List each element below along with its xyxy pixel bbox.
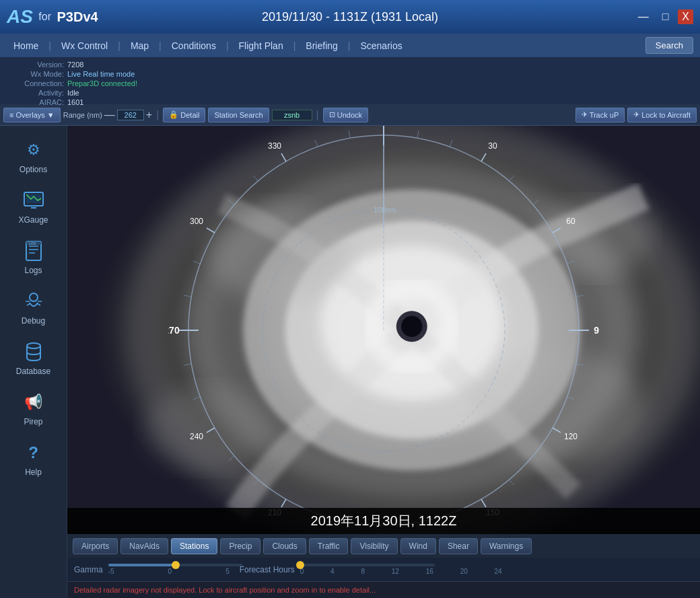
callsign-input[interactable] [272, 110, 312, 120]
timestamp-text: 2019年11月30日, 1122Z [311, 513, 457, 528]
logo-area: AS for P3Dv4 [7, 6, 98, 28]
sidebar-item-logs[interactable]: LOG Logs [7, 233, 61, 281]
range-minus-icon[interactable]: — [104, 109, 115, 121]
svg-text:30: 30 [488, 141, 497, 151]
minimize-button[interactable]: — [634, 9, 653, 24]
pirep-icon: 📢 [22, 390, 46, 414]
tab-traffic[interactable]: Traffic [309, 538, 349, 554]
tab-navaids[interactable]: NavAids [120, 538, 168, 554]
detail-label: Detail [180, 111, 199, 119]
tab-warnings[interactable]: Warnings [481, 538, 532, 554]
sidebar-item-xgauge[interactable]: XGauge [7, 183, 61, 230]
sidebar-item-pirep[interactable]: 📢 Pirep [7, 385, 61, 432]
svg-line-52 [281, 153, 286, 161]
gamma-min-tick: -5 [108, 568, 114, 575]
gamma-thumb[interactable] [172, 561, 180, 569]
activity-row: Activity: Idle [10, 89, 137, 97]
help-label: Help [25, 468, 42, 477]
tab-shear[interactable]: Shear [439, 538, 478, 554]
overlays-label: Overlays [15, 111, 44, 119]
airac-label: AIRAC: [10, 98, 64, 106]
status-message: Detailed radar imagery not displayed. Lo… [74, 586, 376, 594]
connection-value: Prepar3D connected! [67, 79, 137, 87]
station-search-button[interactable]: Station Search [208, 108, 269, 122]
svg-line-34 [481, 153, 486, 161]
menu-map[interactable]: Map [124, 38, 155, 54]
menu-conditions[interactable]: Conditions [165, 38, 223, 54]
svg-line-61 [567, 397, 574, 400]
station-search-label: Station Search [214, 111, 262, 119]
close-button[interactable]: X [678, 9, 693, 24]
forecast-track[interactable] [300, 564, 435, 566]
track-up-button[interactable]: ✈ Track uP [575, 108, 625, 122]
menu-scenarios[interactable]: Scenarios [353, 38, 409, 54]
sidebar-item-help[interactable]: ? Help [7, 435, 61, 482]
sidebar-item-options[interactable]: ⚙ Options [7, 133, 61, 180]
plane-icon: ✈ [582, 110, 588, 119]
menu-briefing[interactable]: Briefing [299, 38, 344, 54]
detail-button[interactable]: 🔒 Detail [163, 108, 205, 122]
undock-label: Undock [337, 111, 362, 119]
forecast-tick-4: 4 [330, 568, 335, 575]
svg-line-72 [184, 295, 191, 297]
sidebar-item-database[interactable]: Database [7, 334, 61, 381]
gamma-track[interactable] [108, 564, 243, 566]
gamma-max-tick: 5 [225, 568, 230, 575]
undock-button[interactable]: ⊡ Undock [323, 108, 368, 122]
statusbar: Detailed radar imagery not displayed. Lo… [67, 581, 700, 598]
tab-wind[interactable]: Wind [400, 538, 436, 554]
menu-flightplan[interactable]: Flight Plan [232, 38, 290, 54]
svg-line-57 [533, 200, 538, 205]
svg-line-71 [184, 364, 191, 365]
range-plus-btn[interactable]: + [146, 109, 152, 121]
wxmode-row: Wx Mode: Live Real time mode [10, 70, 137, 78]
tab-stations[interactable]: Stations [171, 538, 217, 554]
activity-label: Activity: [10, 89, 64, 97]
overlays-button[interactable]: ≡ Overlays ▼ [3, 108, 61, 122]
help-icon: ? [22, 441, 46, 465]
svg-line-63 [509, 480, 514, 485]
forecast-tick-16: 16 [426, 568, 433, 575]
svg-line-55 [450, 140, 452, 147]
main-content: ⚙ Options XGauge LOG Logs Debug Databas [0, 126, 700, 598]
tab-clouds[interactable]: Clouds [263, 538, 306, 554]
wxmode-value: Live Real time mode [67, 70, 135, 78]
svg-text:90: 90 [594, 325, 599, 336]
map-view[interactable]: 100nm 0 30 60 90 [67, 126, 700, 534]
svg-line-73 [193, 261, 200, 264]
xgauge-icon [22, 188, 46, 213]
svg-text:270: 270 [168, 325, 180, 336]
menu-wxcontrol[interactable]: Wx Control [55, 38, 114, 54]
sliders-bar: Gamma -5 0 5 Forecast Ho [67, 558, 700, 581]
svg-line-46 [207, 428, 215, 433]
map-container: 100nm 0 30 60 90 [67, 126, 700, 598]
maximize-button[interactable]: □ [658, 9, 673, 24]
database-label: Database [16, 367, 50, 376]
forecast-tick-24: 24 [495, 568, 502, 575]
lock-aircraft-button[interactable]: ✈ Lock to Aircraft [627, 108, 697, 122]
svg-line-44 [281, 499, 286, 507]
track-up-label: Track uP [590, 111, 619, 119]
forecast-tick-20: 20 [460, 568, 468, 575]
layers-icon: ≡ [9, 111, 13, 119]
window-controls: — □ X [634, 9, 693, 24]
satellite-background: 100nm 0 30 60 90 [67, 126, 700, 534]
svg-rect-2 [31, 207, 36, 209]
tab-precip[interactable]: Precip [220, 538, 260, 554]
forecast-slider-group: Forecast Hours 04812162024 [240, 564, 502, 575]
sidebar-item-debug[interactable]: Debug [7, 284, 61, 331]
tab-airports[interactable]: Airports [73, 538, 118, 554]
logo-as: AS [7, 6, 33, 28]
tab-visibility[interactable]: Visibility [351, 538, 397, 554]
svg-text:300: 300 [190, 217, 203, 226]
svg-line-13 [37, 303, 40, 305]
forecast-thumb[interactable] [296, 561, 304, 569]
compass-ring-svg: 100nm 0 30 60 90 [168, 126, 599, 534]
undock-icon: ⊡ [329, 110, 335, 119]
search-button[interactable]: Search [645, 37, 693, 54]
svg-line-36 [553, 228, 561, 233]
version-row: Version: 7208 [10, 61, 137, 69]
menu-home[interactable]: Home [7, 38, 45, 54]
app-info: Version: 7208 Wx Mode: Live Real time mo… [10, 61, 137, 101]
svg-point-9 [30, 293, 38, 301]
